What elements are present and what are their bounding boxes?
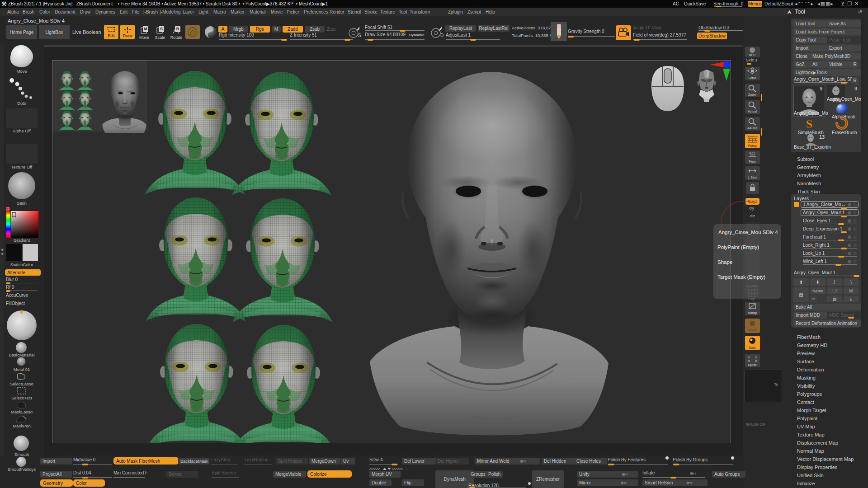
svg-text:M: M bbox=[144, 27, 147, 31]
svg-text:D: D bbox=[440, 33, 443, 38]
svg-text:Zoom: Zoom bbox=[748, 93, 756, 96]
svg-text:Actual: Actual bbox=[748, 110, 757, 113]
svg-text:L.Sym: L.Sym bbox=[748, 176, 757, 179]
svg-text:BPR: BPR bbox=[749, 53, 755, 56]
svg-text:Solo: Solo bbox=[749, 346, 755, 350]
svg-text:Transp: Transp bbox=[747, 311, 757, 315]
svg-text:R: R bbox=[176, 27, 179, 31]
svg-text:Ghost: Ghost bbox=[748, 328, 757, 332]
svg-text:Xpose: Xpose bbox=[748, 363, 757, 367]
svg-text:AAHalf: AAHalf bbox=[747, 127, 757, 130]
svg-text:S: S bbox=[160, 27, 163, 31]
svg-text:Dynamic: Dynamic bbox=[746, 135, 758, 138]
svg-text:Scroll: Scroll bbox=[748, 76, 756, 80]
svg-text:Persp: Persp bbox=[748, 144, 757, 148]
svg-text:S: S bbox=[806, 118, 812, 131]
svg-text:Floor: Floor bbox=[749, 160, 756, 163]
svg-text:S: S bbox=[358, 33, 361, 38]
svg-text:▦ ▾ z: ▦ ▾ z bbox=[749, 151, 755, 154]
